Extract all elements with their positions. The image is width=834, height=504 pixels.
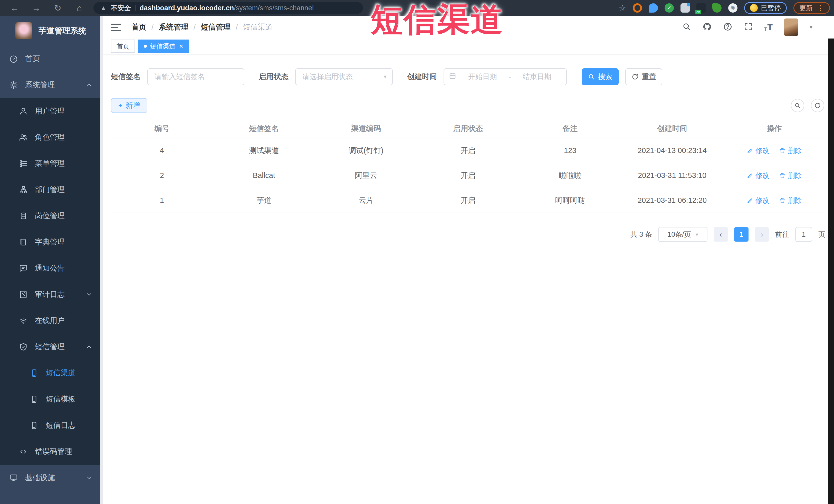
sidebar-item-home[interactable]: 首页 [0,46,103,72]
extension-orange-icon[interactable] [633,3,642,13]
sidebar-item-sms-log[interactable]: 短信日志 [0,412,103,439]
sidebar-item-dict-mgmt[interactable]: 字典管理 [0,229,103,255]
toolbar-right [791,99,824,112]
current-page[interactable]: 1 [734,227,748,242]
extension-pin-icon[interactable] [649,3,658,13]
fullscreen-icon[interactable] [744,22,753,32]
sidebar-item-menu-mgmt[interactable]: 菜单管理 [0,151,103,177]
page-scrollbar[interactable] [828,39,834,504]
not-secure-icon: ▲ [100,4,107,12]
add-button[interactable]: + 新增 [111,98,147,113]
sign-input[interactable]: 请输入短信签名 [147,68,244,85]
sidebar-item-system-mgmt[interactable]: 系统管理 [0,72,103,98]
date-range-picker[interactable]: 开始日期 - 结束日期 [443,68,567,85]
date-end[interactable]: 结束日期 [512,72,562,82]
edit-link[interactable]: 修改 [747,171,769,180]
help-icon[interactable] [723,22,732,32]
status-label: 启用状态 [259,72,288,82]
sidebar-item-error-code[interactable]: 错误码管理 [0,439,103,465]
sidebar-item-post-mgmt[interactable]: 岗位管理 [0,203,103,229]
page-size-select[interactable]: 10条/页 ▾ [658,227,707,242]
plus-icon: + [118,102,123,110]
update-badge[interactable]: 更新 ⋮ [793,2,830,14]
breadcrumb-sms[interactable]: 短信管理 [201,22,231,32]
date-start[interactable]: 开始日期 [458,72,507,82]
github-icon[interactable] [703,22,712,32]
tab-sms-channel[interactable]: 短信渠道 × [138,40,189,53]
sidebar-item-notice[interactable]: 通知公告 [0,255,103,281]
table-row: 2 Ballcat 阿里云 开启 啦啦啦 2021-03-31 11:53:10… [111,163,825,188]
extension-tile-icon[interactable]: on [697,3,706,13]
chevron-down-icon [86,291,92,298]
bookmark-star-icon[interactable]: ☆ [619,3,626,13]
col-created: 创建时间 [621,119,723,138]
delete-link[interactable]: 删除 [779,171,802,180]
main-area: 首页 / 系统管理 / 短信管理 / 短信渠道 TT ▾ 首页 [103,16,834,504]
monitor-icon [9,474,18,482]
dashboard-icon [9,54,18,63]
extension-people-icon[interactable] [680,3,690,13]
forward-icon[interactable]: → [31,3,41,13]
back-icon[interactable]: ← [10,3,20,13]
book-icon [19,238,28,246]
app-logo-row: 芋道管理系统 [0,16,103,46]
font-size-icon[interactable]: TT [764,22,773,32]
reset-button[interactable]: 重置 [625,68,662,85]
app-logo [16,22,32,39]
home-icon[interactable]: ⌂ [74,3,84,13]
sidebar-toggle-icon[interactable] [111,24,121,31]
close-icon[interactable]: × [179,42,183,50]
gear-icon [9,81,18,89]
table-row: 1 芋道 云片 开启 呵呵呵哒 2021-03-31 06:12:20 修改 删… [111,188,825,213]
search-button[interactable]: 搜索 [582,68,619,85]
badge-icon [19,212,28,220]
col-code: 渠道编码 [315,119,417,138]
edit-link[interactable]: 修改 [747,196,769,205]
sidebar-item-infrastructure[interactable]: 基础设施 [0,465,103,491]
col-ops: 操作 [723,119,825,138]
extension-leaf-icon[interactable] [712,3,722,13]
delete-link[interactable]: 删除 [779,196,802,205]
avatar[interactable] [784,19,798,36]
goto-page-input[interactable]: 1 [795,227,812,242]
paused-badge[interactable]: 已暂停 [744,2,787,14]
browser-menu-icon[interactable]: ⋮ [817,4,824,12]
toggle-search-button[interactable] [791,99,804,112]
sidebar-item-dept-mgmt[interactable]: 部门管理 [0,177,103,203]
sidebar-item-role-mgmt[interactable]: 角色管理 [0,124,103,151]
prev-page-button[interactable]: ‹ [714,227,728,242]
chevron-up-icon [86,344,92,350]
chevron-down-icon [86,475,92,481]
sidebar-item-user-mgmt[interactable]: 用户管理 [0,98,103,124]
search-icon[interactable] [682,22,691,32]
breadcrumb-system[interactable]: 系统管理 [159,22,189,32]
sidebar-item-audit-log[interactable]: 审计日志 [0,281,103,308]
address-bar[interactable]: ▲ 不安全 dashboard.yudao.iocoder.cn/system/… [93,2,363,14]
sidebar-item-sms-mgmt[interactable]: 短信管理 [0,334,103,360]
refresh-button[interactable] [811,99,824,112]
caret-down-icon[interactable]: ▾ [810,24,812,30]
date-separator: - [508,73,511,81]
extension-check-icon[interactable]: ✓ [664,3,674,13]
col-remark: 备注 [519,119,621,138]
url-path: /system/sms/sms-channel [234,4,314,12]
sidebar-item-sms-template[interactable]: 短信模板 [0,386,103,412]
next-page-button[interactable]: › [755,227,769,242]
shield-icon [19,343,28,351]
delete-link[interactable]: 删除 [779,146,802,155]
tab-home[interactable]: 首页 [111,40,135,53]
sidebar-scrollbar[interactable] [100,16,103,504]
active-dot-icon [144,45,147,48]
security-label: 不安全 [111,4,131,13]
sidebar-item-online-users[interactable]: 在线用户 [0,308,103,334]
breadcrumb-home[interactable]: 首页 [131,22,146,32]
reload-icon[interactable]: ↻ [53,3,63,13]
top-navbar: 首页 / 系统管理 / 短信管理 / 短信渠道 TT ▾ [103,16,834,39]
calendar-icon [449,72,456,82]
edit-link[interactable]: 修改 [747,146,769,155]
users-icon [19,133,28,142]
status-select[interactable]: 请选择启用状态 ▾ [295,68,393,85]
extensions-puzzle-icon[interactable]: ✺ [728,3,738,13]
sidebar-item-sms-channel[interactable]: 短信渠道 [0,360,103,386]
table-header-row: 编号 短信签名 渠道编码 启用状态 备注 创建时间 操作 [111,119,825,138]
